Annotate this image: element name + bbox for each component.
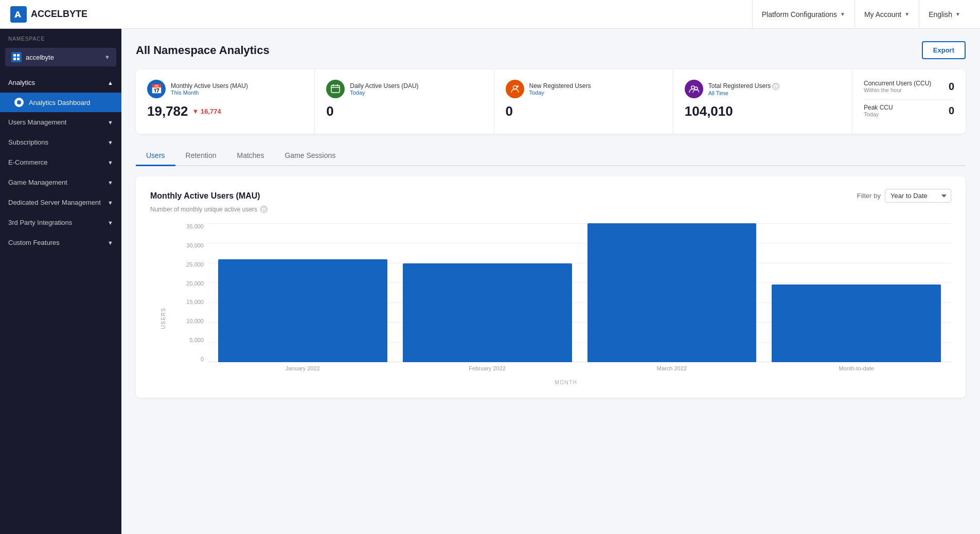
y-label-25000: 25,000 [186, 261, 204, 268]
chart-header: Monthly Active Users (MAU) Filter by Yea… [150, 189, 951, 203]
bar-mar[interactable] [587, 223, 757, 362]
stat-card-ccu: Concurrent Users (CCU) Within the hour 0… [852, 69, 966, 134]
bar-group-jan [218, 223, 387, 362]
namespace-value: accelbyte [26, 54, 100, 61]
bar-group-mtd [772, 223, 941, 362]
my-account-chevron: ▼ [904, 11, 910, 17]
svg-point-11 [691, 86, 694, 89]
sidebar-item-dedicated-server[interactable]: Dedicated Server Management ▼ [0, 192, 121, 212]
new-users-label: New Registered Users [529, 82, 591, 90]
y-label-35000: 35,000 [186, 223, 204, 229]
total-users-value: 104,010 [685, 103, 841, 119]
dedicated-server-chevron: ▼ [108, 200, 113, 206]
sidebar-item-ecommerce[interactable]: E-Commerce ▼ [0, 152, 121, 172]
new-users-icon [506, 80, 524, 98]
new-users-value: 0 [506, 103, 662, 119]
y-label-0: 0 [201, 356, 204, 362]
bar-mtd[interactable] [772, 284, 941, 362]
3rd-party-label: 3rd Party Integrations [8, 219, 72, 226]
dau-sublabel: Today [350, 90, 418, 96]
svg-rect-4 [17, 58, 20, 60]
peak-ccu-value: 0 [949, 105, 954, 117]
tab-game-sessions[interactable]: Game Sessions [274, 146, 346, 166]
platform-config-label: Platform Configurations [762, 10, 837, 19]
sidebar-item-users-management[interactable]: Users Management ▼ [0, 112, 121, 132]
bar-group-mar [587, 223, 757, 362]
my-account-nav[interactable]: My Account ▼ [854, 0, 919, 29]
x-label-mtd: Month-to-date [772, 365, 941, 378]
dashboard-icon [14, 98, 24, 107]
sidebar-item-analytics[interactable]: Analytics ▲ [0, 73, 121, 93]
3rd-party-chevron: ▼ [108, 220, 113, 226]
sidebar-item-3rd-party[interactable]: 3rd Party Integrations ▼ [0, 212, 121, 233]
namespace-chevron-icon: ▼ [104, 54, 110, 60]
peak-ccu-label: Peak CCU [864, 104, 893, 111]
subscriptions-label: Subscriptions [8, 138, 48, 146]
game-management-chevron: ▼ [108, 180, 113, 186]
dau-value: 0 [326, 103, 482, 119]
language-label: English [929, 10, 952, 19]
logo-icon [10, 6, 27, 23]
game-management-label: Game Management [8, 179, 67, 186]
filter-select[interactable]: Year to Date Last 12 Months Last 6 Month… [885, 189, 951, 203]
bar-group-feb [403, 223, 572, 362]
tab-users[interactable]: Users [136, 146, 175, 166]
ccu-value: 0 [949, 81, 954, 93]
analytics-label: Analytics [8, 79, 35, 86]
stat-card-total-users: Total Registered Users ⓘ All Time 104,01… [673, 69, 852, 134]
language-nav[interactable]: English ▼ [919, 0, 970, 29]
x-label-jan: January 2022 [218, 365, 387, 378]
bar-jan[interactable] [218, 259, 387, 362]
platform-config-chevron: ▼ [840, 11, 845, 17]
stat-card-dau: Daily Active Users (DAU) Today 0 [315, 69, 494, 134]
chart-section: Monthly Active Users (MAU) Filter by Yea… [136, 176, 966, 398]
y-label-5000: 5,000 [189, 337, 204, 343]
tab-matches[interactable]: Matches [227, 146, 275, 166]
my-account-label: My Account [864, 10, 901, 19]
sidebar-item-subscriptions[interactable]: Subscriptions ▼ [0, 132, 121, 152]
bars-container [208, 223, 951, 362]
y-label-15000: 15,000 [186, 299, 204, 305]
y-axis: 35,000 30,000 25,000 20,000 15,000 10,00… [181, 223, 208, 378]
page-header: All Namespace Analytics Export [136, 41, 966, 59]
chart-info-icon[interactable]: ⓘ [260, 206, 268, 213]
ccu-row-1: Concurrent Users (CCU) Within the hour 0 [864, 80, 954, 93]
ccu-row-2: Peak CCU Today 0 [864, 104, 954, 117]
export-button[interactable]: Export [922, 41, 966, 59]
chart-body: 35,000 30,000 25,000 20,000 15,000 10,00… [181, 223, 951, 378]
svg-point-5 [17, 100, 21, 104]
total-users-icon [685, 80, 703, 98]
filter-by: Filter by Year to Date Last 12 Months La… [857, 189, 951, 203]
sidebar-item-game-management[interactable]: Game Management ▼ [0, 172, 121, 192]
peak-ccu-sub: Today [864, 111, 893, 117]
total-users-sublabel: All Time [708, 90, 780, 96]
main-content: All Namespace Analytics Export 📅 Monthly… [121, 29, 980, 534]
namespace-select[interactable]: accelbyte ▼ [5, 48, 116, 66]
ecommerce-chevron: ▼ [108, 159, 113, 166]
sidebar-item-analytics-dashboard[interactable]: Analytics Dashboard [0, 93, 121, 112]
svg-rect-3 [13, 58, 16, 60]
new-users-sublabel: Today [529, 90, 591, 96]
logo-text: ACCELBYTE [31, 9, 87, 20]
sidebar: NAMESPACE accelbyte ▼ Analytics ▲ Analyt… [0, 29, 121, 534]
analytics-chevron: ▲ [108, 80, 113, 86]
sidebar-item-custom-features[interactable]: Custom Features ▼ [0, 233, 121, 253]
platform-config-nav[interactable]: Platform Configurations ▼ [752, 0, 854, 29]
custom-features-chevron: ▼ [108, 240, 113, 246]
users-management-chevron: ▼ [108, 119, 113, 126]
chart-area: January 2022 February 2022 March 2022 Mo… [208, 223, 951, 378]
total-users-info-icon[interactable]: ⓘ [772, 83, 779, 90]
chart-title: Monthly Active Users (MAU) [150, 191, 260, 201]
y-label-20000: 20,000 [186, 280, 204, 287]
stat-card-mau: 📅 Monthly Active Users (MAU) This Month … [136, 69, 315, 134]
x-label-mar: March 2022 [587, 365, 757, 378]
chart-subtitle: Number of monthly unique active users ⓘ [150, 206, 951, 213]
tab-retention[interactable]: Retention [175, 146, 227, 166]
y-label-30000: 30,000 [186, 242, 204, 248]
namespace-icon [11, 52, 22, 62]
y-label-10000: 10,000 [186, 318, 204, 324]
namespace-label: NAMESPACE [0, 29, 121, 46]
bar-feb[interactable] [403, 263, 572, 362]
dau-label: Daily Active Users (DAU) [350, 82, 418, 90]
x-label-feb: February 2022 [403, 365, 572, 378]
